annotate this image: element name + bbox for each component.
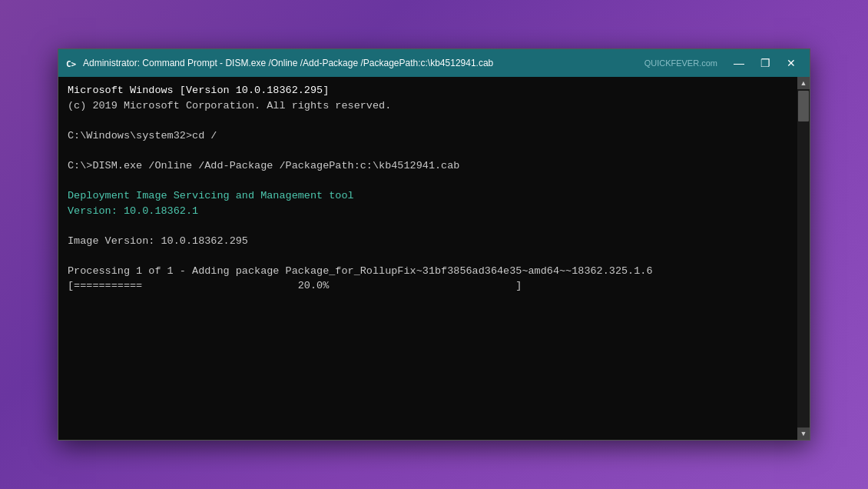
scrollbar-thumb[interactable]: [798, 91, 809, 121]
svg-text:C>: C>: [66, 59, 77, 69]
scrollbar-track[interactable]: [797, 89, 810, 427]
scroll-up-arrow[interactable]: ▲: [797, 77, 810, 89]
terminal-output[interactable]: Microsoft Windows [Version 10.0.18362.29…: [58, 77, 797, 440]
cmd-window: C> Administrator: Command Prompt - DISM.…: [58, 48, 810, 441]
minimize-button[interactable]: —: [727, 52, 751, 74]
scrollbar[interactable]: ▲ ▼: [797, 77, 810, 440]
terminal-body: Microsoft Windows [Version 10.0.18362.29…: [58, 77, 810, 440]
titlebar: C> Administrator: Command Prompt - DISM.…: [58, 49, 810, 77]
window-title: Administrator: Command Prompt - DISM.exe…: [83, 58, 644, 68]
close-button[interactable]: ✕: [779, 52, 803, 74]
restore-button[interactable]: ❐: [753, 52, 777, 74]
cmd-icon: C>: [65, 56, 78, 70]
watermark: QUICKFEVER.com: [644, 58, 717, 68]
window-controls: — ❐ ✕: [727, 52, 803, 74]
scroll-down-arrow[interactable]: ▼: [797, 427, 810, 440]
